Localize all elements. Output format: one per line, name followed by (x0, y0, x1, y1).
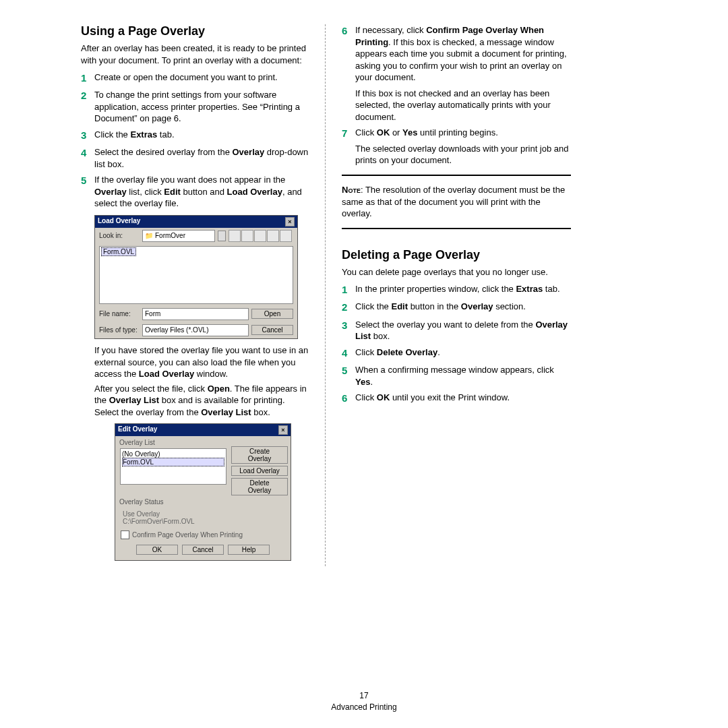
dialog-titlebar: Load Overlay × (95, 216, 297, 228)
step-num: 3 (81, 129, 94, 142)
step-num: 2 (81, 89, 94, 125)
using-intro: After an overlay has been created, it is… (81, 42, 310, 66)
step-text: If necessary, click Confirm Page Overlay… (355, 24, 571, 123)
left-column: Using a Page Overlay After an overlay ha… (81, 24, 324, 566)
edit-overlay-dialog: Edit Overlay × Overlay List (No Overlay)… (115, 423, 291, 561)
overlay-list: (No Overlay) Form.OVL (120, 448, 226, 485)
button-row: OK Cancel Help (118, 542, 288, 557)
overlay-list-label: Overlay List (118, 439, 288, 446)
newfolder-icon (254, 230, 266, 242)
using-steps: 1Create or open the document you want to… (81, 71, 310, 210)
details-icon (280, 230, 292, 242)
filename-field: Form (142, 308, 249, 320)
step-text: Create or open the document you want to … (94, 71, 310, 85)
step-subtext: If this box is not checked and an overla… (355, 88, 571, 123)
confirm-label: Confirm Page Overlay When Printing (132, 531, 243, 539)
overlay-status-label: Overlay Status (118, 498, 288, 506)
para-external: If you have stored the overlay file you … (94, 344, 310, 380)
using-heading: Using a Page Overlay (81, 24, 310, 38)
note-rule-top (342, 175, 571, 176)
step-num: 4 (81, 146, 94, 170)
step-text: To change the print settings from your s… (94, 89, 310, 125)
filetype-label: Files of type: (99, 326, 140, 334)
delete-intro: You can delete page overlays that you no… (342, 266, 571, 278)
toolbar (229, 230, 292, 242)
desktop-icon (241, 230, 253, 242)
list-item: (No Overlay) (122, 450, 224, 458)
load-overlay-button: Load Overlay (231, 466, 288, 476)
step-text: Click Delete Overlay. (355, 346, 571, 360)
step-subtext: The selected overlay downloads with your… (355, 143, 571, 166)
step-text: In the printer properties window, click … (355, 283, 571, 297)
filename-row: File name: Form Open (95, 306, 297, 322)
page: Using a Page Overlay After an overlay ha… (0, 0, 728, 580)
using-steps-cont: 6 If necessary, click Confirm Page Overl… (342, 24, 571, 166)
help-button: Help (228, 545, 270, 555)
para-open: After you select the file, click Open. T… (94, 383, 310, 419)
step-num: 2 (342, 301, 355, 314)
step-num: 7 (342, 127, 355, 166)
note: Note: The resolution of the overlay docu… (342, 184, 571, 220)
step-text: Click the Extras tab. (94, 129, 310, 142)
note-label: Note (342, 185, 361, 195)
filetype-row: Files of type: Overlay Files (*.OVL) Can… (95, 322, 297, 338)
step-text: When a confirming message window appears… (355, 364, 571, 388)
delete-steps: 1In the printer properties window, click… (342, 283, 571, 405)
cancel-button: Cancel (251, 325, 293, 335)
filetype-field: Overlay Files (*.OVL) (142, 324, 249, 336)
step-text: If the overlay file you want does not ap… (94, 174, 310, 210)
dialog-title: Edit Overlay (118, 425, 157, 435)
step-num: 5 (81, 174, 94, 210)
right-column: 6 If necessary, click Confirm Page Overl… (327, 24, 571, 566)
confirm-checkbox-row: Confirm Page Overlay When Printing (121, 530, 285, 539)
close-icon: × (285, 217, 295, 226)
dialog-titlebar: Edit Overlay × (115, 424, 291, 436)
step-num: 1 (342, 283, 355, 297)
step-text: Select the overlay you want to delete fr… (355, 319, 571, 342)
list-item: Form.OVL (122, 458, 224, 466)
step-num: 1 (81, 71, 94, 85)
dialog-title: Load Overlay (98, 217, 140, 226)
filename-label: File name: (99, 310, 140, 317)
step-text: Click the Edit button in the Overlay sec… (355, 301, 571, 314)
delete-heading: Deleting a Page Overlay (342, 248, 571, 262)
step-text: Click OK until you exit the Print window… (355, 392, 571, 405)
step-num: 6 (342, 24, 355, 123)
close-icon: × (278, 425, 288, 435)
create-overlay-button: Create Overlay (231, 446, 288, 464)
load-overlay-dialog: Load Overlay × Look in: 📁 FormOver Form.… (94, 215, 298, 339)
up-icon (229, 230, 241, 242)
dialog-body: Overlay List (No Overlay) Form.OVL Creat… (115, 436, 291, 560)
dropdown-icon (218, 231, 226, 241)
column-divider (325, 24, 326, 566)
step-num: 4 (342, 346, 355, 360)
lookin-field: 📁 FormOver (142, 230, 215, 242)
lookin-label: Look in: (99, 232, 140, 239)
open-button: Open (251, 309, 293, 319)
step-num: 5 (342, 364, 355, 388)
footer: 17 Advanced Printing (0, 690, 728, 713)
delete-overlay-button: Delete Overlay (231, 478, 288, 495)
step-text: Select the desired overlay from the Over… (94, 146, 310, 170)
cancel-button: Cancel (182, 545, 224, 555)
overlay-status: Use Overlay C:\FormOver\Form.OVL (120, 508, 286, 528)
ok-button: OK (136, 545, 178, 555)
page-number: 17 (0, 690, 728, 702)
step-text: Click OK or Yes until printing begins. T… (355, 127, 571, 166)
note-rule-bottom (342, 228, 571, 229)
footer-title: Advanced Printing (0, 702, 728, 713)
list-icon (267, 230, 279, 242)
step-num: 3 (342, 319, 355, 342)
checkbox-icon (121, 530, 129, 539)
lookin-row: Look in: 📁 FormOver (95, 228, 297, 244)
file-item: Form.OVL (101, 247, 136, 256)
step-num: 6 (342, 392, 355, 405)
file-list: Form.OVL (99, 246, 293, 304)
